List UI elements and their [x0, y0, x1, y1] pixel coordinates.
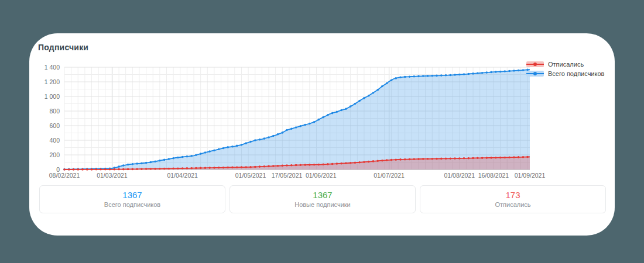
data-point[interactable] [508, 157, 511, 159]
data-point[interactable] [477, 157, 479, 160]
data-point[interactable] [168, 158, 170, 160]
data-point[interactable] [241, 166, 243, 168]
data-point[interactable] [236, 167, 238, 169]
data-point[interactable] [282, 165, 284, 167]
data-point[interactable] [313, 164, 316, 166]
data-point[interactable] [100, 168, 102, 171]
data-point[interactable] [272, 135, 275, 137]
data-point[interactable] [168, 168, 170, 170]
data-point[interactable] [340, 162, 342, 165]
data-point[interactable] [181, 156, 184, 158]
data-point[interactable] [436, 158, 438, 160]
data-point[interactable] [331, 163, 334, 165]
data-point[interactable] [358, 100, 361, 102]
data-point[interactable] [304, 124, 306, 126]
data-point[interactable] [354, 103, 357, 105]
data-point[interactable] [249, 166, 252, 168]
data-point[interactable] [381, 160, 383, 162]
data-point[interactable] [431, 75, 433, 77]
data-point[interactable] [368, 161, 370, 163]
data-point[interactable] [277, 165, 279, 167]
data-point[interactable] [445, 158, 447, 160]
data-point[interactable] [454, 74, 456, 76]
data-point[interactable] [245, 142, 247, 144]
data-point[interactable] [122, 164, 125, 167]
data-point[interactable] [422, 75, 424, 77]
data-point[interactable] [231, 146, 234, 148]
data-point[interactable] [486, 71, 488, 74]
data-point[interactable] [345, 162, 347, 165]
data-point[interactable] [345, 108, 347, 110]
data-point[interactable] [204, 167, 207, 169]
data-point[interactable] [450, 74, 452, 77]
data-point[interactable] [495, 71, 497, 73]
data-point[interactable] [86, 168, 88, 171]
data-point[interactable] [313, 121, 316, 123]
data-point[interactable] [440, 158, 443, 160]
data-point[interactable] [118, 165, 120, 168]
data-point[interactable] [499, 71, 502, 73]
data-point[interactable] [218, 167, 220, 169]
data-point[interactable] [222, 167, 225, 169]
data-point[interactable] [472, 157, 474, 160]
data-point[interactable] [445, 74, 447, 77]
data-point[interactable] [463, 157, 465, 160]
data-point[interactable] [322, 116, 324, 119]
data-point[interactable] [472, 72, 474, 75]
data-point[interactable] [259, 165, 261, 168]
data-point[interactable] [195, 154, 197, 156]
data-point[interactable] [204, 151, 207, 154]
data-point[interactable] [486, 157, 488, 159]
data-point[interactable] [127, 168, 129, 171]
data-point[interactable] [63, 168, 66, 171]
data-point[interactable] [431, 158, 433, 160]
data-point[interactable] [154, 168, 156, 170]
subscribers-chart-canvas[interactable]: 02004006008001 0001 2001 40008/02/202101… [29, 33, 615, 185]
data-point[interactable] [236, 145, 238, 147]
data-point[interactable] [336, 162, 338, 165]
data-point[interactable] [354, 162, 357, 164]
data-point[interactable] [440, 74, 443, 77]
data-point[interactable] [136, 168, 138, 171]
data-point[interactable] [290, 164, 293, 167]
data-point[interactable] [327, 114, 329, 116]
data-point[interactable] [518, 156, 520, 158]
data-point[interactable] [81, 168, 84, 171]
data-point[interactable] [227, 167, 229, 169]
data-point[interactable] [213, 167, 215, 169]
data-point[interactable] [118, 168, 120, 171]
data-point[interactable] [68, 168, 70, 171]
data-point[interactable] [186, 167, 189, 169]
data-point[interactable] [190, 155, 193, 157]
data-point[interactable] [245, 166, 247, 168]
data-point[interactable] [468, 73, 470, 75]
data-point[interactable] [286, 129, 288, 132]
data-point[interactable] [336, 111, 338, 113]
data-point[interactable] [495, 157, 497, 159]
data-point[interactable] [186, 155, 189, 158]
data-point[interactable] [413, 158, 415, 161]
data-point[interactable] [340, 109, 342, 112]
data-point[interactable] [259, 139, 261, 141]
data-point[interactable] [454, 157, 456, 160]
data-point[interactable] [227, 146, 229, 148]
data-point[interactable] [114, 168, 116, 171]
data-point[interactable] [263, 137, 266, 140]
data-point[interactable] [372, 92, 375, 94]
data-point[interactable] [513, 70, 515, 72]
data-point[interactable] [518, 70, 520, 72]
data-point[interactable] [177, 167, 179, 169]
data-point[interactable] [254, 166, 256, 168]
data-point[interactable] [249, 141, 252, 143]
data-point[interactable] [231, 167, 234, 169]
data-point[interactable] [526, 156, 529, 158]
data-point[interactable] [477, 72, 479, 75]
data-point[interactable] [181, 167, 184, 169]
data-point[interactable] [363, 97, 365, 99]
data-point[interactable] [154, 161, 156, 163]
data-point[interactable] [163, 159, 166, 161]
data-point[interactable] [218, 148, 220, 151]
data-point[interactable] [200, 153, 202, 155]
data-point[interactable] [195, 167, 197, 169]
data-point[interactable] [404, 76, 406, 78]
